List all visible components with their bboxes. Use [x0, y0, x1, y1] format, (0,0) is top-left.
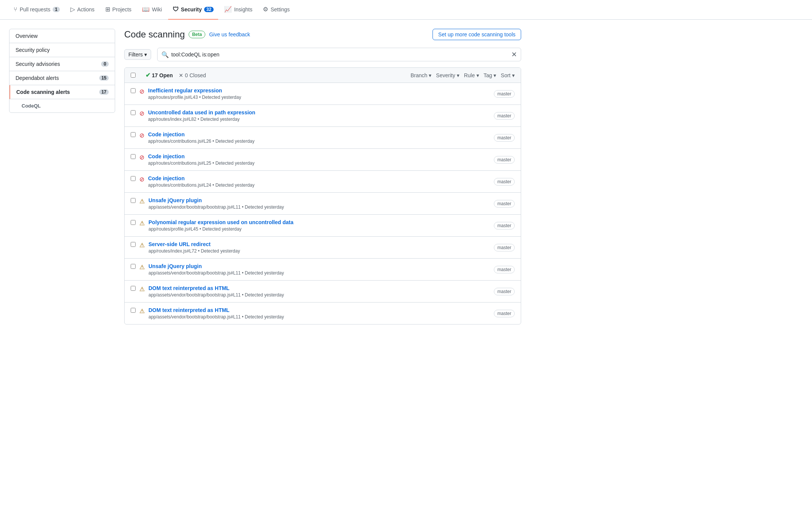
alert-branch-badge: master: [494, 200, 515, 207]
alert-row[interactable]: ⊘ Uncontrolled data used in path express…: [125, 105, 521, 127]
rule-filter-label: Rule: [464, 72, 475, 78]
sidebar-item-overview[interactable]: Overview: [9, 29, 115, 43]
alert-content: DOM text reinterpreted as HTML app/asset…: [148, 307, 488, 320]
alert-checkbox[interactable]: [131, 176, 136, 181]
alert-checkbox[interactable]: [131, 88, 136, 93]
alert-title[interactable]: Code injection: [148, 153, 488, 159]
error-icon: ⊘: [139, 154, 144, 161]
alert-checkbox[interactable]: [131, 110, 136, 115]
alert-branch-badge: master: [494, 90, 515, 98]
alert-row[interactable]: ⊘ Code injection app/routes/contribution…: [125, 171, 521, 193]
alert-meta: app/assets/vendor/bootstrap/bootstrap.js…: [148, 314, 488, 320]
alert-title[interactable]: Code injection: [148, 131, 488, 137]
alert-branch-badge: master: [494, 288, 515, 295]
tag-filter-button[interactable]: Tag ▾: [484, 72, 497, 78]
alert-row[interactable]: ⚠ Polynomial regular expression used on …: [125, 215, 521, 237]
alert-content: Inefficient regular expression app/route…: [148, 87, 488, 100]
nav-item-security[interactable]: 🛡 Security 32: [168, 0, 219, 20]
sidebar-item-codeql[interactable]: CodeQL: [9, 99, 115, 112]
rule-chevron-icon: ▾: [476, 72, 479, 78]
sort-button[interactable]: Sort ▾: [501, 72, 515, 78]
alert-checkbox[interactable]: [131, 132, 136, 137]
nav-pull-requests-label: Pull requests: [20, 6, 50, 12]
alert-row[interactable]: ⚠ DOM text reinterpreted as HTML app/ass…: [125, 303, 521, 324]
alert-row[interactable]: ⊘ Code injection app/routes/contribution…: [125, 149, 521, 171]
nav-item-wiki[interactable]: 📖 Wiki: [137, 0, 166, 20]
alerts-header-right: Branch ▾ Severity ▾ Rule ▾ Tag ▾: [411, 72, 515, 78]
nav-item-actions[interactable]: ▷ Actions: [66, 0, 99, 20]
sidebar-item-code-scanning-alerts[interactable]: Code scanning alerts 17: [9, 85, 115, 99]
sidebar-security-policy-label: Security policy: [16, 47, 50, 53]
warning-icon: ⚠: [139, 307, 145, 315]
open-status[interactable]: ✔ 17 Open: [145, 72, 173, 79]
select-all-checkbox[interactable]: [131, 73, 136, 78]
closed-label: Closed: [189, 72, 206, 78]
top-nav: ⑂ Pull requests 1 ▷ Actions ⊞ Projects 📖…: [0, 0, 812, 20]
alert-title[interactable]: Inefficient regular expression: [148, 87, 488, 94]
alert-row[interactable]: ⊘ Inefficient regular expression app/rou…: [125, 83, 521, 105]
warning-icon: ⚠: [139, 198, 145, 205]
nav-item-pull-requests[interactable]: ⑂ Pull requests 1: [9, 0, 64, 20]
alert-content: Server-side URL redirect app/routes/inde…: [148, 241, 488, 254]
alert-title[interactable]: Unsafe jQuery plugin: [148, 197, 488, 203]
alert-meta: app/routes/profile.js#L45 • Detected yes…: [148, 226, 488, 232]
alert-row[interactable]: ⚠ DOM text reinterpreted as HTML app/ass…: [125, 281, 521, 303]
page-title: Code scanning: [124, 29, 185, 40]
alert-content: Polynomial regular expression used on un…: [148, 219, 488, 232]
sidebar-item-security-policy[interactable]: Security policy: [9, 43, 115, 57]
tag-filter-label: Tag: [484, 72, 492, 78]
alert-checkbox[interactable]: [131, 154, 136, 159]
alert-title[interactable]: Server-side URL redirect: [148, 241, 488, 247]
projects-icon: ⊞: [105, 6, 110, 13]
alert-meta: app/routes/profile.js#L43 • Detected yes…: [148, 95, 488, 100]
alert-content: DOM text reinterpreted as HTML app/asset…: [148, 285, 488, 298]
sidebar-dependabot-alerts-label: Dependabot alerts: [16, 75, 59, 81]
alert-checkbox[interactable]: [131, 286, 136, 291]
branch-filter-button[interactable]: Branch ▾: [411, 72, 431, 78]
alert-checkbox[interactable]: [131, 264, 136, 269]
branch-filter-label: Branch: [411, 72, 427, 78]
alert-title[interactable]: Uncontrolled data used in path expressio…: [148, 109, 488, 115]
alert-row[interactable]: ⚠ Unsafe jQuery plugin app/assets/vendor…: [125, 259, 521, 281]
sidebar-item-security-advisories[interactable]: Security advisories 0: [9, 57, 115, 71]
setup-code-scanning-button[interactable]: Set up more code scanning tools: [433, 29, 521, 40]
alert-meta: app/routes/contributions.js#L24 • Detect…: [148, 183, 488, 188]
nav-pull-requests-badge: 1: [53, 7, 60, 12]
alert-checkbox[interactable]: [131, 198, 136, 203]
clear-search-icon[interactable]: ✕: [511, 51, 517, 58]
severity-filter-button[interactable]: Severity ▾: [436, 72, 459, 78]
alert-content: Code injection app/routes/contributions.…: [148, 131, 488, 144]
alert-row[interactable]: ⚠ Server-side URL redirect app/routes/in…: [125, 237, 521, 259]
closed-status[interactable]: ✕ 0 Closed: [179, 72, 206, 78]
nav-item-insights[interactable]: 📈 Insights: [220, 0, 257, 20]
alert-checkbox[interactable]: [131, 308, 136, 313]
page-title-row: Code scanning Beta Give us feedback: [124, 29, 250, 40]
alert-title[interactable]: DOM text reinterpreted as HTML: [148, 285, 488, 291]
alert-row[interactable]: ⚠ Unsafe jQuery plugin app/assets/vendor…: [125, 193, 521, 215]
sort-label: Sort: [501, 72, 511, 78]
alert-checkbox[interactable]: [131, 220, 136, 225]
filters-button[interactable]: Filters ▾: [124, 49, 151, 60]
search-input[interactable]: [171, 51, 511, 58]
sidebar-item-dependabot-alerts[interactable]: Dependabot alerts 15: [9, 71, 115, 85]
alert-row[interactable]: ⊘ Code injection app/routes/contribution…: [125, 127, 521, 149]
nav-item-projects[interactable]: ⊞ Projects: [101, 0, 136, 20]
alert-content: Unsafe jQuery plugin app/assets/vendor/b…: [148, 263, 488, 276]
wiki-icon: 📖: [142, 6, 150, 13]
rule-filter-button[interactable]: Rule ▾: [464, 72, 479, 78]
alert-meta: app/routes/contributions.js#L25 • Detect…: [148, 161, 488, 166]
warning-icon: ⚠: [139, 285, 145, 293]
alert-checkbox[interactable]: [131, 242, 136, 247]
alert-title[interactable]: DOM text reinterpreted as HTML: [148, 307, 488, 313]
search-wrapper: Filters ▾ 🔍 ✕: [124, 48, 521, 61]
alert-content: Code injection app/routes/contributions.…: [148, 153, 488, 166]
alert-title[interactable]: Polynomial regular expression used on un…: [148, 219, 488, 225]
alert-content: Unsafe jQuery plugin app/assets/vendor/b…: [148, 197, 488, 210]
nav-item-settings[interactable]: ⚙ Settings: [258, 0, 294, 20]
security-icon: 🛡: [173, 6, 179, 13]
beta-badge: Beta: [189, 31, 205, 38]
sidebar-overview-label: Overview: [16, 33, 37, 39]
alert-title[interactable]: Code injection: [148, 175, 488, 181]
feedback-link[interactable]: Give us feedback: [209, 31, 250, 37]
alert-title[interactable]: Unsafe jQuery plugin: [148, 263, 488, 269]
